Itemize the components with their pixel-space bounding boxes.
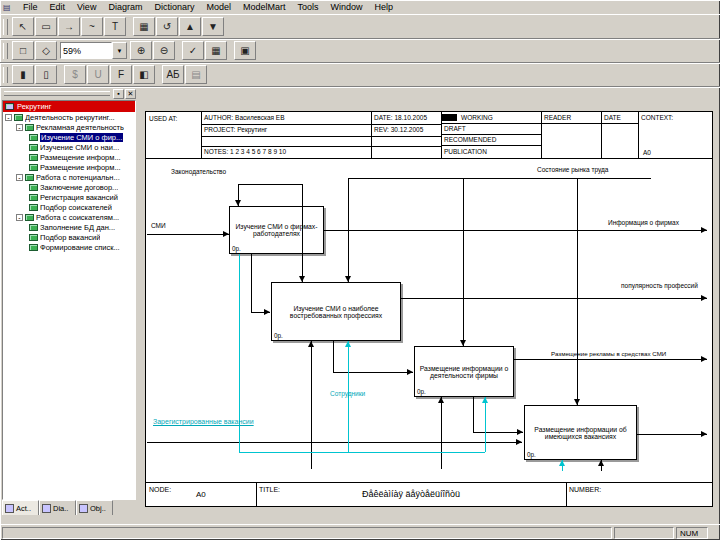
panel-close-button[interactable]: ✕ [125, 89, 136, 99]
undo-button[interactable]: ↺ [156, 17, 178, 36]
arrow-segment[interactable] [324, 230, 707, 231]
idef0-diagram-sheet[interactable]: USED AT: AUTHOR: Василевская ЕВ PROJECT:… [145, 111, 713, 507]
arrow-segment[interactable] [147, 234, 229, 235]
arrow-label-firm-info[interactable]: Информация о фирмах [608, 219, 679, 226]
tree-item[interactable]: Подбор вакансий [3, 232, 135, 242]
udp-button[interactable]: U [87, 65, 109, 84]
cost-button[interactable]: $ [64, 65, 86, 84]
activity-box-2[interactable]: Изучение СМИ о наиболее востребованных п… [271, 282, 401, 341]
zoom-in-button[interactable]: ⊕ [130, 41, 152, 60]
arrow-segment[interactable] [251, 254, 252, 312]
toolbar-grip[interactable] [3, 67, 8, 83]
arrow-segment[interactable] [311, 341, 312, 469]
activity-box-3[interactable]: Размещение информации о деятельности фир… [414, 346, 514, 397]
tab-activities[interactable]: Act.. [2, 500, 39, 515]
arrow-label-legislation[interactable]: Законодательство [171, 168, 226, 175]
collapse-icon[interactable]: - [16, 124, 23, 131]
go-child-button[interactable]: ▼ [202, 17, 224, 36]
collapse-icon[interactable]: - [5, 114, 12, 121]
collapse-icon[interactable]: - [16, 214, 23, 221]
menu-file[interactable]: File [17, 1, 44, 13]
diagram-dictionary-button[interactable]: ▦ [133, 17, 155, 36]
go-parent-button[interactable]: ▲ [179, 17, 201, 36]
arrow-segment[interactable] [463, 178, 464, 346]
arrow-label-labor-market[interactable]: Состояние рынка труда [537, 166, 608, 173]
arrow-segment[interactable] [514, 359, 707, 360]
grid-snap-button[interactable]: ▦ [205, 41, 227, 60]
arrow-label-ad-placement[interactable]: Размещение рекламы в средствах СМИ [551, 350, 666, 357]
toolbar-grip[interactable] [3, 43, 8, 59]
tree-item[interactable]: Размещение информ... [3, 152, 135, 162]
pointer-tool-button[interactable]: ↖ [12, 17, 34, 36]
selected-arrow-segment[interactable] [239, 452, 485, 453]
zoom-input[interactable] [60, 42, 112, 59]
color-button[interactable]: ◧ [133, 65, 155, 84]
arrow-segment[interactable] [577, 178, 578, 405]
menu-diagram[interactable]: Diagram [102, 1, 148, 13]
arrow-segment[interactable] [147, 442, 522, 443]
zoom-out-button[interactable]: ⊖ [153, 41, 175, 60]
squiggle-tool-button[interactable]: ~ [81, 17, 103, 36]
tree-item[interactable]: Заполнение БД дан... [3, 222, 135, 232]
menu-tools[interactable]: Tools [291, 1, 324, 13]
arrow-tool-button[interactable]: → [58, 17, 80, 36]
model-explorer-button[interactable]: ▣ [234, 41, 256, 60]
panel-grip[interactable] [4, 91, 110, 96]
arrow-segment[interactable] [348, 178, 651, 179]
new-diagram-button[interactable]: □ [12, 41, 34, 60]
menu-edit[interactable]: Edit [44, 1, 72, 13]
activity-box-4[interactable]: Размещение информации об имеющихся вакан… [524, 405, 637, 460]
text-tool-button[interactable]: T [104, 17, 126, 36]
menu-view[interactable]: View [71, 1, 102, 13]
panel-splitter[interactable] [137, 88, 144, 518]
tree-item[interactable]: Размещение информ... [3, 162, 135, 172]
abc-report-button[interactable]: АБ [162, 65, 184, 84]
arrow-segment[interactable] [401, 298, 707, 299]
panel-pin-button[interactable]: ▪ [113, 89, 124, 99]
arrow-segment[interactable] [637, 434, 707, 435]
model-root-item[interactable]: Рекрутинг [3, 101, 135, 112]
tab-diagrams[interactable]: Dia.. [39, 500, 76, 515]
tree-item[interactable]: - Работа с потенциальн... [3, 172, 135, 182]
spellcheck-button[interactable]: ✓ [182, 41, 204, 60]
menu-dictionary[interactable]: Dictionary [148, 1, 200, 13]
selected-arrow-segment[interactable] [485, 397, 486, 452]
tree-item[interactable]: - Рекламная деятельность [3, 122, 135, 132]
toolbar-grip[interactable] [3, 19, 8, 35]
tree-item[interactable]: - Работа с соискателям... [3, 212, 135, 222]
sibling-diagram-button[interactable]: ◇ [35, 41, 57, 60]
tree-item[interactable]: Подбор соискателей [3, 202, 135, 212]
arrow-segment[interactable] [473, 397, 474, 432]
tree-item[interactable]: Формирование списк... [3, 242, 135, 252]
font-button[interactable]: F [110, 65, 132, 84]
tree-item-selected[interactable]: Изучение СМИ о фир... [3, 132, 135, 142]
grid-report-button[interactable]: ▤ [185, 65, 207, 84]
arrow-segment[interactable] [441, 397, 442, 469]
tree-item[interactable]: Регистрация вакансий [3, 192, 135, 202]
collapse-icon[interactable]: - [16, 174, 23, 181]
arrow-segment[interactable] [333, 372, 413, 373]
tree-item[interactable]: - Деятельность рекрутинг... [3, 112, 135, 122]
menu-help[interactable]: Help [368, 1, 399, 13]
activity-box-1[interactable]: Изучение СМИ о фирмах-работодателях 0р. [229, 206, 324, 254]
menu-model[interactable]: Model [200, 1, 237, 13]
arrow-segment[interactable] [238, 184, 302, 185]
tab-objects[interactable]: Obj.. [76, 500, 113, 515]
arrow-label-staff[interactable]: Сотрудники [330, 390, 365, 397]
arrow-label-vacancies[interactable]: Зарегистрированные вакансии [153, 418, 254, 426]
arrow-segment[interactable] [333, 341, 334, 372]
arrow-label-popularity[interactable]: популярность профессий [621, 282, 709, 289]
activity-box-tool-button[interactable]: ▭ [35, 17, 57, 36]
panel-titlebar[interactable]: ▪ ✕ [2, 88, 136, 99]
arrow-segment[interactable] [302, 184, 303, 282]
zoom-dropdown-button[interactable]: ▼ [112, 42, 127, 59]
lock-button[interactable]: ▮ [12, 65, 34, 84]
tree-item[interactable]: Изучение СМИ о наи... [3, 142, 135, 152]
child-window-icon[interactable]: ▤ [3, 3, 14, 12]
unlock-button[interactable]: ▯ [35, 65, 57, 84]
arrow-segment[interactable] [473, 432, 523, 433]
menu-window[interactable]: Window [324, 1, 368, 13]
tree-item[interactable]: Заключение договор... [3, 182, 135, 192]
arrow-label-smi[interactable]: СМИ [151, 222, 166, 229]
menu-modelmart[interactable]: ModelMart [237, 1, 292, 13]
